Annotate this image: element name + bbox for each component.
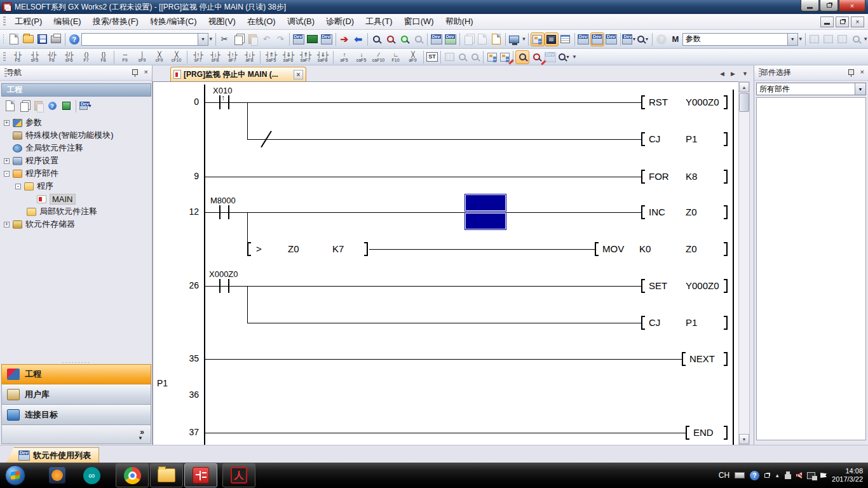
tray-help-icon[interactable]: ? bbox=[750, 471, 759, 480]
device-comment-edit-button[interactable] bbox=[576, 32, 590, 46]
navigation-window-toggle[interactable] bbox=[531, 32, 545, 46]
menu-tools[interactable]: 工具(T) bbox=[360, 14, 398, 29]
tree-item-program-setting[interactable]: + 程序设置 bbox=[4, 154, 58, 167]
application-instruction-button[interactable]: { }F8 bbox=[95, 50, 112, 64]
nav-paste-button[interactable] bbox=[32, 100, 44, 112]
output-window-toggle[interactable] bbox=[559, 32, 573, 46]
delete-line-button[interactable]: ╳aF9 bbox=[404, 50, 421, 64]
context-help-button[interactable]: ? bbox=[654, 32, 668, 46]
taskbar-arduino-button[interactable]: ∞ bbox=[75, 463, 108, 487]
open-project-button[interactable] bbox=[21, 32, 35, 46]
monitor-start-button[interactable] bbox=[369, 32, 383, 46]
forced-on-off-button[interactable] bbox=[849, 32, 863, 46]
rising-pulse-close-branch-button[interactable]: ┤⇑├saF7 bbox=[297, 50, 314, 64]
compare-operand[interactable]: K7 bbox=[332, 243, 344, 254]
nav-copy-button[interactable] bbox=[18, 100, 31, 112]
line-delete-edit-button[interactable] bbox=[498, 51, 511, 64]
zoom-button[interactable]: ▼ bbox=[557, 50, 571, 64]
instruction-op[interactable]: FOR bbox=[649, 171, 669, 182]
quick-access-combobox[interactable]: ▼ bbox=[81, 33, 208, 46]
device-memory-edit-button[interactable] bbox=[590, 32, 604, 46]
tree-item-program[interactable]: - 程序 bbox=[15, 180, 53, 193]
instruction-op[interactable]: CJ bbox=[649, 317, 660, 328]
falling-pulse-close-button[interactable]: ┤⇓├saF6 bbox=[280, 50, 297, 64]
closed-contact-button[interactable]: ┤/├F6 bbox=[43, 50, 60, 64]
taskbar-explorer-button[interactable] bbox=[150, 463, 183, 487]
power-icon[interactable] bbox=[785, 471, 791, 479]
expand-icon[interactable]: + bbox=[4, 158, 10, 164]
compare-op[interactable]: > bbox=[256, 243, 262, 254]
tree-item-parameters[interactable]: + 参数 bbox=[4, 116, 42, 129]
read-mode-button[interactable] bbox=[456, 51, 468, 64]
instruction-operand[interactable]: P1 bbox=[686, 133, 697, 144]
collapse-icon[interactable]: - bbox=[4, 171, 10, 177]
instruction-op[interactable]: MOV bbox=[602, 243, 624, 254]
verify-button[interactable] bbox=[461, 32, 475, 46]
rising-pulse-close-button[interactable]: ┤⇑├saF5 bbox=[262, 50, 280, 64]
undo-button[interactable]: ↶ bbox=[259, 32, 273, 46]
device-register-monitor-button[interactable] bbox=[444, 32, 458, 46]
minimize-button[interactable] bbox=[801, 0, 819, 11]
entry-ladder-monitor-button[interactable] bbox=[807, 32, 821, 46]
element-filter-dropdown-icon[interactable]: ▼ bbox=[855, 83, 865, 95]
pulse-conversion-close-button[interactable]: ↓caF5 bbox=[353, 50, 370, 64]
cross-reference-button[interactable]: M bbox=[668, 32, 682, 46]
inline-st-button[interactable]: ST bbox=[426, 51, 438, 64]
tab-list-dropdown-icon[interactable]: ▼ bbox=[742, 71, 748, 77]
help-button[interactable]: ? bbox=[67, 32, 81, 46]
scroll-down-button[interactable]: ▼ bbox=[739, 434, 749, 444]
tray-window-icon[interactable] bbox=[764, 473, 770, 478]
tree-item-main[interactable]: MAIN bbox=[37, 193, 76, 205]
start-button[interactable] bbox=[5, 465, 25, 485]
taskbar-chrome-button[interactable] bbox=[116, 463, 149, 487]
monitor-write-button[interactable] bbox=[397, 32, 411, 46]
pulse-conversion-button[interactable]: ↑aF5 bbox=[336, 50, 353, 64]
device-monitor-button[interactable] bbox=[604, 32, 618, 46]
connection-destination-view-button[interactable]: 连接目标 bbox=[1, 405, 151, 425]
copy-button[interactable] bbox=[231, 32, 245, 46]
expand-icon[interactable]: + bbox=[4, 222, 10, 227]
mdi-restore-button[interactable] bbox=[836, 17, 849, 27]
tree-item-special-module[interactable]: 特殊模块(智能功能模块) bbox=[4, 129, 114, 142]
expand-icon[interactable]: + bbox=[4, 120, 10, 126]
tab-close-button[interactable]: × bbox=[294, 70, 303, 79]
instruction-op[interactable]: RST bbox=[649, 97, 668, 107]
nav-refresh-button[interactable] bbox=[60, 100, 72, 112]
close-button[interactable]: × bbox=[839, 0, 865, 11]
save-project-button[interactable] bbox=[35, 32, 49, 46]
tab-scroll-left-icon[interactable]: ◀ bbox=[720, 71, 724, 77]
dropdown-icon[interactable]: ▼ bbox=[138, 435, 143, 441]
network-icon[interactable] bbox=[807, 472, 815, 479]
project-view-button[interactable]: 工程 bbox=[1, 364, 151, 384]
instruction-operand[interactable]: K0 bbox=[639, 243, 651, 254]
device-display-button[interactable] bbox=[543, 50, 557, 64]
instruction-operand[interactable]: P1 bbox=[686, 317, 697, 328]
instruction-op[interactable]: INC bbox=[649, 207, 665, 217]
instruction-op[interactable]: CJ bbox=[649, 133, 660, 144]
tree-item-pou[interactable]: - 程序部件 bbox=[4, 167, 58, 180]
taskbar-clock[interactable]: 14:08 2017/3/22 bbox=[832, 467, 867, 484]
horizontal-line-button[interactable]: ─F9 bbox=[116, 50, 133, 64]
device-usage-list-tab[interactable]: 软元件使用列表 bbox=[6, 447, 99, 463]
instruction-operand[interactable]: Y000Z0 bbox=[686, 97, 719, 107]
mdi-minimize-button[interactable] bbox=[820, 17, 834, 27]
instruction-op[interactable]: SET bbox=[649, 280, 667, 291]
nav-filter-button[interactable]: ▼ bbox=[79, 100, 92, 112]
device-note-button[interactable] bbox=[320, 32, 334, 46]
taskbar-media-player-button[interactable] bbox=[41, 463, 74, 487]
navigation-close-icon[interactable]: × bbox=[144, 68, 148, 76]
element-filter-combobox[interactable]: 所有部件 ▼ bbox=[756, 83, 866, 95]
change-current-value-button[interactable] bbox=[835, 32, 849, 46]
menu-convert-compile[interactable]: 转换/编译(C) bbox=[144, 14, 203, 29]
combobox-dropdown-icon[interactable]: ▼ bbox=[198, 34, 208, 45]
ladder-editor[interactable]: 0 X010 ↑ RST Y000Z0 CJ P1 9 FOR K8 12 M8… bbox=[153, 81, 738, 445]
menu-window[interactable]: 窗口(W) bbox=[398, 14, 440, 29]
toolbar-overflow[interactable]: ▼ bbox=[863, 33, 868, 46]
instruction-operand[interactable]: Y000Z0 bbox=[686, 280, 719, 291]
cut-button[interactable]: ✂ bbox=[217, 32, 231, 46]
view-selector-collapse-area[interactable]: » ▼ bbox=[1, 425, 151, 444]
toolbar-overflow[interactable]: ▼ bbox=[798, 33, 803, 46]
nav-new-button[interactable] bbox=[4, 100, 17, 112]
invert-result-button[interactable]: ∕caF10 bbox=[370, 50, 387, 64]
delete-vertical-line-button[interactable]: ╳cF10 bbox=[168, 50, 185, 64]
